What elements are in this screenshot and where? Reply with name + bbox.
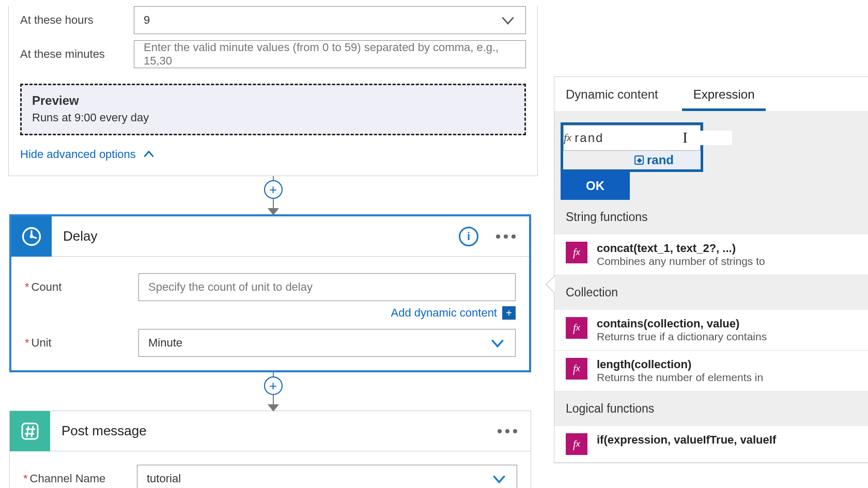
text-cursor-icon: I (683, 129, 688, 146)
fn-concat[interactable]: fx concat(text_1, text_2?, ...) Combines… (554, 234, 868, 275)
delay-card: Delay i *Count Specify the count of unit… (9, 214, 531, 372)
minutes-placeholder: Enter the valid minute values (from 0 to… (144, 41, 516, 68)
recurrence-card: At these hours 9 At these minutes Enter … (8, 6, 538, 176)
svg-line-8 (32, 426, 33, 437)
post-title: Post message (50, 423, 498, 439)
svg-rect-4 (22, 423, 38, 439)
fx-icon: fx (566, 433, 587, 455)
hours-dropdown[interactable]: 9 (134, 6, 526, 34)
chevron-down-icon (491, 470, 507, 487)
fn-if[interactable]: fx if(expression, valueIfTrue, valueIf (554, 426, 868, 463)
count-label: *Count (25, 280, 138, 294)
expression-input-row[interactable]: fx (563, 125, 701, 151)
fn-length[interactable]: fx length(collection) Returns the number… (554, 351, 868, 391)
cube-icon: ◆ (634, 155, 644, 165)
section-string-functions: String functions (554, 200, 868, 234)
connector: + (8, 372, 538, 411)
connector: + (8, 176, 538, 214)
preview-heading: Preview (32, 93, 514, 108)
count-input[interactable]: Specify the count of unit to delay (138, 273, 516, 301)
add-dynamic-content-link[interactable]: Add dynamic content + (25, 306, 516, 320)
arrow-down-icon (268, 404, 279, 412)
ok-button[interactable]: OK (561, 172, 630, 200)
add-step-button[interactable]: + (264, 376, 283, 395)
hide-advanced-link[interactable]: Hide advanced options (20, 148, 156, 161)
channel-dropdown[interactable]: tutorial (137, 465, 517, 488)
chevron-down-icon (500, 12, 516, 28)
clock-icon (11, 216, 52, 257)
tab-expression[interactable]: Expression (682, 78, 766, 111)
unit-dropdown[interactable]: Minute (138, 329, 516, 357)
info-icon[interactable]: i (459, 227, 478, 246)
section-logical-functions: Logical functions (554, 391, 868, 426)
expression-suggestion[interactable]: ◆ rand (629, 151, 701, 169)
preview-text: Runs at 9:00 every day (32, 111, 514, 124)
panel-pointer-icon (546, 275, 555, 294)
more-menu-icon[interactable] (496, 234, 516, 239)
expression-highlight: fx ◆ rand (561, 122, 703, 172)
add-step-button[interactable]: + (264, 180, 283, 199)
chevron-down-icon (489, 335, 506, 351)
tab-dynamic-content[interactable]: Dynamic content (554, 78, 670, 111)
hash-icon (10, 411, 50, 451)
delay-title: Delay (52, 228, 459, 244)
expression-input[interactable] (571, 131, 732, 145)
plus-icon: + (502, 306, 516, 320)
fn-contains[interactable]: fx contains(collection, value) Returns t… (554, 310, 868, 351)
more-menu-icon[interactable] (498, 429, 517, 433)
section-collection: Collection (554, 275, 868, 310)
unit-label: *Unit (25, 336, 138, 350)
hours-value: 9 (144, 13, 150, 27)
fx-icon: fx (566, 358, 587, 380)
chevron-up-icon (142, 148, 156, 161)
preview-box: Preview Runs at 9:00 every day (20, 84, 526, 135)
delay-header[interactable]: Delay i (11, 216, 529, 257)
post-header[interactable]: Post message (10, 411, 531, 451)
arrow-down-icon (268, 208, 279, 215)
fx-icon: fx (566, 317, 587, 339)
minutes-label: At these minutes (20, 48, 134, 61)
fx-icon: fx (566, 242, 587, 263)
hours-label: At these hours (20, 13, 134, 27)
svg-line-7 (27, 426, 28, 437)
dynamic-content-panel: Dynamic content Expression fx ◆ rand I O… (554, 76, 868, 463)
channel-label: *Channel Name (23, 472, 137, 485)
minutes-input[interactable]: Enter the valid minute values (from 0 to… (134, 40, 526, 68)
fx-icon: fx (564, 131, 571, 145)
post-message-card: Post message *Channel Name tutorial (9, 411, 531, 488)
